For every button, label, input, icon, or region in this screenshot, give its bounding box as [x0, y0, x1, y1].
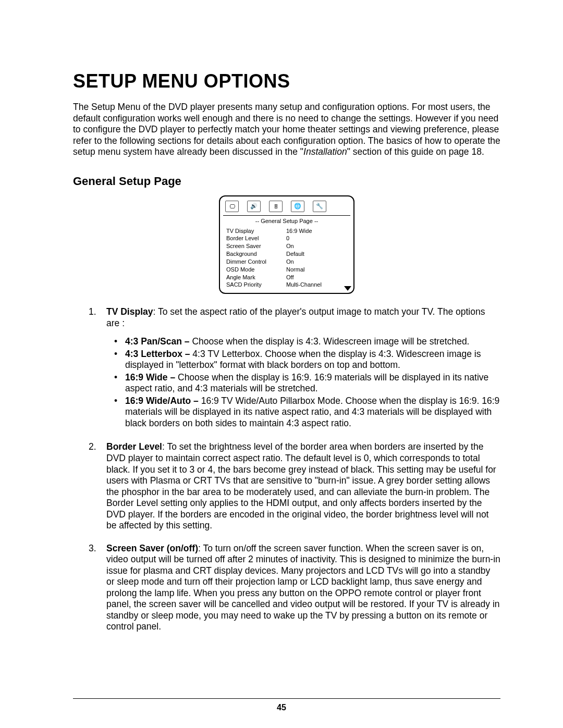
bullet-icon: • [106, 372, 125, 394]
osd-row: OSD ModeNormal [223, 266, 350, 274]
osd-row-label: Angle Mark [226, 274, 286, 281]
page: SETUP MENU OPTIONS The Setup Menu of the… [0, 0, 563, 728]
osd-row-value: Default [286, 250, 347, 258]
osd-row: Angle MarkOff [223, 274, 350, 281]
list-item: 3. Screen Saver (on/off): To turn on/off… [73, 543, 500, 633]
osd-row: Border Level0 [223, 235, 350, 242]
osd-panel: 🖵 🔊 🎚 🌐 🔧 -- General Setup Page -- TV Di… [219, 195, 354, 294]
osd-row-label: Background [226, 250, 286, 258]
osd-title: -- General Setup Page -- [223, 218, 350, 224]
sub-bold: 16:9 Wide – [125, 372, 175, 382]
sub-text: 16:9 Wide – Choose when the display is 1… [125, 372, 500, 394]
item-lead-bold: Screen Saver (on/off) [106, 543, 198, 553]
sub-text: 4:3 Letterbox – 4:3 TV Letterbox. Choose… [125, 349, 500, 371]
sub-text: 16:9 Wide/Auto – 16:9 TV Wide/Auto Pilla… [125, 396, 500, 429]
sub-bold: 16:9 Wide/Auto – [125, 396, 199, 406]
sub-rest: Choose when the display is 16:9. 16:9 ma… [125, 372, 488, 394]
osd-row-label: SACD Priority [226, 281, 286, 289]
sub-rest: Choose when the display is 4:3. Widescre… [190, 336, 470, 347]
bullet-icon: • [106, 349, 125, 371]
list-item: 2. Border Level: To set the brightness l… [73, 441, 500, 531]
osd-row-value: Off [286, 274, 347, 281]
sub-list: •4:3 Pan/Scan – Choose when the display … [106, 336, 500, 429]
item-text: Screen Saver (on/off): To turn on/off th… [106, 543, 500, 633]
osd-row-label: Border Level [226, 235, 286, 242]
osd-tab-video-icon: 🎚 [269, 201, 283, 212]
item-lead-rest: : To set the aspect ratio of the player'… [106, 306, 485, 328]
intro-paragraph: The Setup Menu of the DVD player present… [73, 102, 500, 158]
chevron-down-icon [344, 286, 351, 291]
osd-tab-audio-icon: 🔊 [247, 201, 261, 212]
page-title: SETUP MENU OPTIONS [73, 70, 500, 92]
osd-figure: 🖵 🔊 🎚 🌐 🔧 -- General Setup Page -- TV Di… [73, 195, 500, 294]
sub-bold: 4:3 Pan/Scan – [125, 336, 190, 347]
osd-separator [223, 215, 350, 216]
osd-row-label: Screen Saver [226, 242, 286, 250]
sub-item: •4:3 Pan/Scan – Choose when the display … [106, 336, 500, 348]
osd-row-label: OSD Mode [226, 266, 286, 274]
footer-rule [73, 698, 500, 699]
item-text: Border Level: To set the brightness leve… [106, 441, 500, 531]
intro-italic: Installation [303, 146, 347, 157]
osd-row: TV Display16:9 Wide [223, 227, 350, 235]
intro-text-post: " section of this guide on page 18. [347, 146, 484, 157]
item-text: TV Display: To set the aspect ratio of t… [106, 306, 500, 430]
section-heading: General Setup Page [73, 175, 500, 188]
sub-item: •16:9 Wide/Auto – 16:9 TV Wide/Auto Pill… [106, 396, 500, 429]
option-list: 1. TV Display: To set the aspect ratio o… [73, 306, 500, 632]
item-lead-rest: : To turn on/off the screen saver functi… [106, 543, 500, 632]
bullet-icon: • [106, 336, 125, 348]
osd-row-value: 0 [286, 235, 347, 242]
item-number: 2. [73, 441, 106, 531]
item-lead-bold: TV Display [106, 306, 153, 317]
osd-row-value: 16:9 Wide [286, 227, 347, 235]
sub-text: 4:3 Pan/Scan – Choose when the display i… [125, 336, 500, 348]
item-number: 1. [73, 306, 106, 430]
osd-row-label: TV Display [226, 227, 286, 235]
osd-tab-icons: 🖵 🔊 🎚 🌐 🔧 [223, 200, 350, 215]
osd-row-value: Normal [286, 266, 347, 274]
bullet-icon: • [106, 396, 125, 429]
sub-bold: 4:3 Letterbox – [125, 349, 190, 359]
osd-row: Screen SaverOn [223, 242, 350, 250]
osd-tab-setup-icon: 🔧 [313, 201, 326, 212]
osd-row: Dimmer ControlOn [223, 258, 350, 266]
list-item: 1. TV Display: To set the aspect ratio o… [73, 306, 500, 430]
item-lead-rest: : To set the brightness level of the bor… [106, 441, 496, 530]
item-lead-bold: Border Level [106, 441, 162, 452]
osd-rows: TV Display16:9 Wide Border Level0 Screen… [223, 227, 350, 289]
osd-row-label: Dimmer Control [226, 258, 286, 266]
osd-tab-preference-icon: 🌐 [291, 201, 304, 212]
osd-row: SACD PriorityMulti-Channel [223, 281, 350, 289]
osd-tab-general-icon: 🖵 [225, 201, 239, 212]
page-number: 45 [0, 703, 563, 712]
sub-item: •4:3 Letterbox – 4:3 TV Letterbox. Choos… [106, 349, 500, 371]
sub-item: •16:9 Wide – Choose when the display is … [106, 372, 500, 394]
osd-row-value: On [286, 242, 347, 250]
item-number: 3. [73, 543, 106, 633]
osd-row-value: Multi-Channel [286, 281, 347, 289]
osd-row-value: On [286, 258, 347, 266]
osd-row: BackgroundDefault [223, 250, 350, 258]
